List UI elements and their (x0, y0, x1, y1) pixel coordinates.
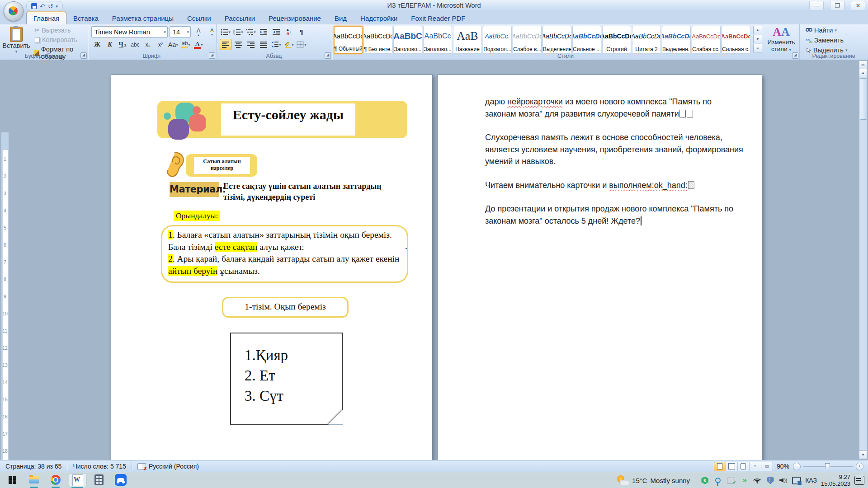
multilevel-list-button[interactable]: ▾ (245, 26, 257, 38)
close-button[interactable]: ✕ (851, 1, 865, 10)
vertical-scrollbar[interactable]: ▭ ▲ ▼ (859, 61, 867, 459)
scroll-up-button[interactable]: ▲ (859, 69, 867, 77)
style-tile-intense-emphasis[interactable]: АаBbCcDcСильное ... (572, 26, 601, 54)
zoom-level[interactable]: 90% (777, 463, 789, 470)
tab-addins[interactable]: Надстройки (354, 12, 404, 24)
tab-mailings[interactable]: Рассылки (218, 12, 262, 24)
styles-scroll-up-button[interactable]: ▲ (753, 26, 762, 34)
font-dialog-launcher[interactable]: ◢ (209, 52, 215, 59)
taskbar-game-app[interactable] (112, 474, 129, 486)
styles-scroll-down-button[interactable]: ▼ (753, 35, 762, 43)
change-case-button[interactable]: Аа▾ (167, 39, 179, 50)
chevrons-tray-icon[interactable]: » (740, 476, 749, 485)
keyboard-language[interactable]: КАЗ (805, 477, 817, 484)
maximize-button[interactable]: ❐ (830, 1, 844, 10)
redo-icon[interactable]: ↺ (48, 2, 53, 10)
bold-button[interactable]: Ж (91, 39, 103, 50)
shading-button[interactable]: ▾ (283, 39, 295, 50)
style-tile-normal[interactable]: АаBbCcDc¶ Обычный (334, 26, 363, 54)
taskbar-word-active[interactable] (69, 474, 87, 487)
tab-home[interactable]: Главная (26, 12, 66, 24)
copy-button[interactable]: Копировать (33, 36, 88, 44)
clock[interactable]: 9:27 15.05.2023 (821, 474, 850, 487)
style-tile-heading1[interactable]: АаBbСЗаголово... (393, 26, 422, 54)
document-page-left[interactable]: Есту-сөйлеу жады Сатып алатын нәрселер М… (111, 75, 433, 460)
strikethrough-button[interactable]: abc (129, 39, 141, 50)
font-name-combo[interactable]: Times New Roman▾ (91, 26, 168, 38)
start-button[interactable] (4, 474, 21, 486)
underline-button[interactable]: Ч▾ (117, 39, 128, 50)
sort-button[interactable]: АЯ↓ (283, 26, 295, 38)
style-tile-intense-reference[interactable]: АаВвСсDсСильная с... (722, 26, 750, 54)
numbering-button[interactable]: 123▾ (232, 26, 244, 38)
style-tile-strong[interactable]: АаBbCcDcСтрогий (602, 26, 631, 54)
print-layout-view-button[interactable] (714, 462, 726, 471)
bullets-button[interactable]: ▾ (220, 26, 231, 38)
word-count[interactable]: Число слов: 5 715 (67, 463, 132, 470)
draft-view-button[interactable]: ▤ (761, 462, 773, 471)
office-button[interactable] (4, 1, 24, 21)
zoom-out-button[interactable]: − (793, 463, 801, 470)
replace-button[interactable]: abac Заменить (804, 36, 849, 44)
proofing-status[interactable]: Русский (Россия) (132, 463, 204, 470)
style-tile-subtle-emphasis[interactable]: АаBbCcDcСлабое в... (513, 26, 542, 54)
fullscreen-reading-view-button[interactable] (726, 462, 738, 471)
style-tile-intense-quote[interactable]: АаBbCcDcВыделенн... (662, 26, 691, 54)
document-page-right[interactable]: дарю нейрокарточки из моего нового компл… (437, 75, 762, 460)
web-layout-view-button[interactable] (738, 462, 750, 471)
subscript-button[interactable]: x₂ (142, 39, 154, 50)
italic-button[interactable]: К (104, 39, 116, 50)
display-network-tray-icon[interactable] (792, 476, 801, 485)
style-tile-subtitle[interactable]: АаBbСс.Подзагол... (483, 26, 512, 54)
show-marks-button[interactable]: ¶ (296, 26, 307, 38)
vertical-ruler[interactable]: 123456789101112131415161718192021 (1, 132, 9, 460)
line-spacing-button[interactable]: ▾ (270, 39, 282, 50)
notification-center-icon[interactable] (854, 476, 864, 485)
taskbar-chrome[interactable] (47, 474, 64, 486)
key-tray-icon[interactable] (713, 476, 722, 485)
tab-references[interactable]: Ссылки (180, 12, 218, 24)
scroll-down-button[interactable]: ▼ (859, 450, 867, 459)
taskbar-file-explorer[interactable] (25, 474, 42, 486)
superscript-button[interactable]: x² (155, 39, 166, 50)
tab-insert[interactable]: Вставка (66, 12, 105, 24)
wifi-tray-icon[interactable] (753, 476, 762, 485)
style-tile-title[interactable]: АаВНазвание (453, 26, 482, 54)
customize-qat-icon[interactable]: ▾ (56, 4, 58, 9)
styles-gallery-more-button[interactable]: ≡ (753, 44, 762, 52)
zoom-in-button[interactable]: + (856, 463, 863, 470)
volume-tray-icon[interactable]: )) (779, 476, 788, 485)
ruler-toggle-button[interactable]: ▭ (859, 61, 867, 69)
highlight-color-button[interactable]: ab▾ (180, 39, 192, 50)
tab-view[interactable]: Вид (328, 12, 354, 24)
taskbar-calculator[interactable] (90, 474, 108, 486)
change-styles-button[interactable]: АА Изменитьстили ▾ (765, 25, 797, 53)
zoom-slider-thumb[interactable] (825, 463, 830, 471)
find-button[interactable]: Найти▾ (804, 26, 849, 34)
increase-indent-button[interactable] (270, 26, 282, 38)
tab-review[interactable]: Рецензирование (262, 12, 328, 24)
clipboard-dialog-launcher[interactable]: ◢ (80, 52, 87, 59)
minimize-button[interactable]: — (809, 1, 824, 10)
undo-icon[interactable]: ↶ (40, 2, 45, 10)
justify-button[interactable] (258, 39, 269, 50)
outline-view-button[interactable]: ≡ (750, 462, 761, 471)
style-tile-quote2[interactable]: АаBbCcDcЦитата 2 (632, 26, 661, 54)
kaspersky-tray-icon[interactable]: k (700, 476, 709, 485)
borders-button[interactable]: ▾ (296, 39, 307, 50)
style-tile-no-spacing[interactable]: АаBbCcDc¶ Без инте... (363, 26, 392, 54)
tab-foxit[interactable]: Foxit Reader PDF (404, 12, 472, 24)
security-warning-tray-icon[interactable] (766, 476, 775, 485)
paragraph-dialog-launcher[interactable]: ◢ (325, 52, 331, 59)
style-tile-heading2[interactable]: АаBbCcЗаголово... (423, 26, 452, 54)
weather-widget[interactable]: 15°C Mostly sunny (617, 475, 690, 485)
align-center-button[interactable] (232, 39, 244, 50)
cut-button[interactable]: ✂Вырезать (33, 26, 88, 34)
save-icon[interactable] (31, 3, 37, 9)
page-indicator[interactable]: Страница: 38 из 65 (0, 463, 67, 470)
style-tile-emphasis[interactable]: АаBbCcDcВыделение (542, 26, 571, 54)
decrease-indent-button[interactable] (258, 26, 269, 38)
zoom-slider-track[interactable] (803, 466, 853, 467)
font-size-combo[interactable]: 14▾ (170, 26, 191, 38)
styles-dialog-launcher[interactable]: ◢ (792, 52, 798, 59)
